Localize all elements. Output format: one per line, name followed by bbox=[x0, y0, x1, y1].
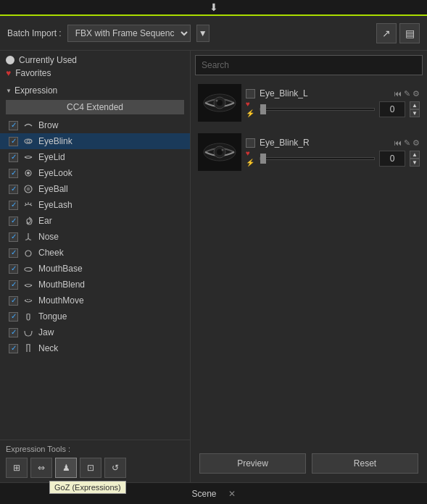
eyeball-checkbox[interactable] bbox=[9, 185, 18, 194]
ear-label: Ear bbox=[38, 216, 52, 226]
scene-label: Scene bbox=[191, 489, 216, 499]
mouthblend-icon bbox=[22, 279, 34, 290]
eyelash-checkbox[interactable] bbox=[9, 201, 18, 210]
expr-l-controls: ♥ ⚡ bbox=[246, 89, 255, 117]
mouthbase-checkbox[interactable] bbox=[9, 264, 18, 274]
expr-l-action-icons: ⏮ ✎ ⚙ bbox=[394, 89, 420, 98]
expr-l-checkbox[interactable] bbox=[246, 89, 255, 98]
tongue-checkbox[interactable] bbox=[9, 312, 18, 322]
mouthmove-checkbox[interactable] bbox=[9, 296, 18, 306]
currently-used-radio[interactable] bbox=[6, 56, 14, 64]
expr-r-edit-icon[interactable]: ✎ bbox=[404, 138, 410, 148]
category-item-nose[interactable]: Nose bbox=[0, 229, 190, 245]
arrows-tool-button[interactable]: ⇔ bbox=[30, 458, 52, 478]
eyeblink-checkbox[interactable] bbox=[9, 137, 18, 146]
expr-l-heart-icon: ♥ bbox=[246, 100, 255, 108]
eyelid-icon bbox=[22, 151, 34, 163]
expr-r-spinner-up[interactable]: ▲ bbox=[410, 151, 420, 159]
batch-import-bar: Batch Import : FBX with Frame Sequence ▼… bbox=[0, 16, 427, 51]
category-item-eyeblink[interactable]: EyeBlink bbox=[0, 133, 190, 149]
svg-point-1 bbox=[27, 140, 30, 143]
preview-button[interactable]: Preview bbox=[199, 453, 306, 474]
expr-r-spinner-down[interactable]: ▼ bbox=[410, 159, 420, 167]
tongue-label: Tongue bbox=[38, 311, 67, 322]
eyelook-icon bbox=[22, 167, 34, 179]
expr-l-slider-row: 0 ▲ ▼ bbox=[260, 101, 420, 117]
currently-used-option[interactable]: Currently Used bbox=[6, 55, 184, 65]
grid-tool-button[interactable]: ⊞ bbox=[6, 458, 28, 478]
brow-label: Brow bbox=[38, 120, 58, 130]
scene-close-icon[interactable]: ✕ bbox=[228, 489, 236, 499]
nose-checkbox[interactable] bbox=[9, 232, 18, 242]
eye-blink-r-thumbnail bbox=[198, 133, 241, 171]
category-item-brow[interactable]: Brow bbox=[0, 117, 190, 133]
expr-r-first-icon[interactable]: ⏮ bbox=[394, 138, 402, 148]
category-item-neck[interactable]: Neck bbox=[0, 340, 190, 356]
expr-r-settings-icon[interactable]: ⚙ bbox=[413, 138, 420, 148]
cheek-icon bbox=[22, 247, 34, 259]
expression-entry-eye-blink-l: ♥ ⚡ Eye_Blink_L ⏮ ✎ ⚙ bbox=[195, 81, 423, 125]
person-tool-button[interactable]: ♟ bbox=[55, 458, 77, 478]
expression-tools: Expression Tools : ⊞ ⇔ ♟ ⊡ ↺ GoZ (Expres… bbox=[0, 440, 190, 482]
category-item-tongue[interactable]: Tongue bbox=[0, 308, 190, 324]
eyeball-label: EyeBall bbox=[38, 184, 68, 194]
batch-select-arrow[interactable]: ▼ bbox=[196, 25, 210, 42]
mouthblend-checkbox[interactable] bbox=[9, 280, 18, 290]
category-item-mouthmove[interactable]: MouthMove bbox=[0, 293, 190, 308]
ear-checkbox[interactable] bbox=[9, 217, 18, 226]
expr-l-spinner-down[interactable]: ▼ bbox=[410, 109, 420, 117]
category-item-cheek[interactable]: Cheek bbox=[0, 245, 190, 261]
transform-tool-button[interactable]: ⊡ bbox=[80, 458, 101, 478]
eyelook-checkbox[interactable] bbox=[9, 169, 18, 178]
expr-r-slider[interactable] bbox=[260, 157, 375, 160]
batch-save-button[interactable]: ▤ bbox=[399, 23, 420, 43]
neck-checkbox[interactable] bbox=[9, 344, 18, 353]
left-top-options: Currently Used ♥ Favorites bbox=[0, 51, 190, 83]
mouthbase-label: MouthBase bbox=[38, 264, 83, 274]
expr-l-spinner: ▲ ▼ bbox=[410, 101, 420, 117]
category-item-eyelash[interactable]: EyeLash bbox=[0, 197, 190, 213]
ear-icon bbox=[22, 215, 34, 227]
category-item-mouthblend[interactable]: MouthBlend bbox=[0, 277, 190, 293]
refresh-tool-button[interactable]: ↺ bbox=[104, 458, 126, 478]
expr-r-heart-icon: ♥ bbox=[246, 149, 255, 157]
eyelid-label: EyeLid bbox=[38, 152, 65, 162]
expr-l-first-icon[interactable]: ⏮ bbox=[394, 89, 402, 98]
brow-checkbox[interactable] bbox=[9, 121, 18, 130]
eyeball-icon bbox=[22, 183, 34, 195]
jaw-icon bbox=[22, 327, 34, 338]
category-item-ear[interactable]: Ear bbox=[0, 213, 190, 229]
favorites-option[interactable]: ♥ Favorites bbox=[6, 68, 184, 78]
jaw-checkbox[interactable] bbox=[9, 328, 18, 337]
batch-export-button[interactable]: ↗ bbox=[376, 23, 397, 43]
category-item-mouthbase[interactable]: MouthBase bbox=[0, 261, 190, 277]
expr-l-spinner-up[interactable]: ▲ bbox=[410, 101, 420, 109]
cheek-checkbox[interactable] bbox=[9, 248, 18, 258]
svg-point-3 bbox=[27, 172, 30, 175]
expr-l-slider[interactable] bbox=[260, 108, 375, 111]
brow-icon bbox=[22, 119, 34, 131]
expr-r-value: 0 bbox=[379, 151, 405, 167]
reset-button[interactable]: Reset bbox=[312, 453, 418, 474]
expr-l-edit-icon[interactable]: ✎ bbox=[404, 89, 410, 98]
mouthblend-label: MouthBlend bbox=[38, 280, 85, 290]
expand-triangle-icon: ▼ bbox=[6, 88, 12, 94]
eyelook-label: EyeLook bbox=[38, 168, 72, 178]
category-item-eyeball[interactable]: EyeBall bbox=[0, 181, 190, 197]
bottom-actions: Preview Reset bbox=[195, 449, 423, 478]
nose-icon bbox=[22, 231, 34, 243]
expr-l-value: 0 bbox=[379, 101, 405, 117]
search-input[interactable] bbox=[195, 55, 423, 75]
neck-label: Neck bbox=[38, 343, 58, 353]
eyelid-checkbox[interactable] bbox=[9, 153, 18, 162]
category-list: Brow EyeBlink bbox=[0, 116, 190, 440]
svg-point-10 bbox=[25, 268, 32, 272]
category-item-eyelid[interactable]: EyeLid bbox=[0, 149, 190, 165]
expression-header-label: Expression bbox=[14, 85, 57, 96]
batch-import-select[interactable]: FBX with Frame Sequence bbox=[67, 25, 191, 42]
expr-l-settings-icon[interactable]: ⚙ bbox=[413, 89, 420, 98]
expr-r-checkbox[interactable] bbox=[246, 138, 255, 148]
category-item-jaw[interactable]: Jaw bbox=[0, 324, 190, 340]
category-item-eyelook[interactable]: EyeLook bbox=[0, 165, 190, 181]
neck-icon bbox=[22, 343, 34, 354]
